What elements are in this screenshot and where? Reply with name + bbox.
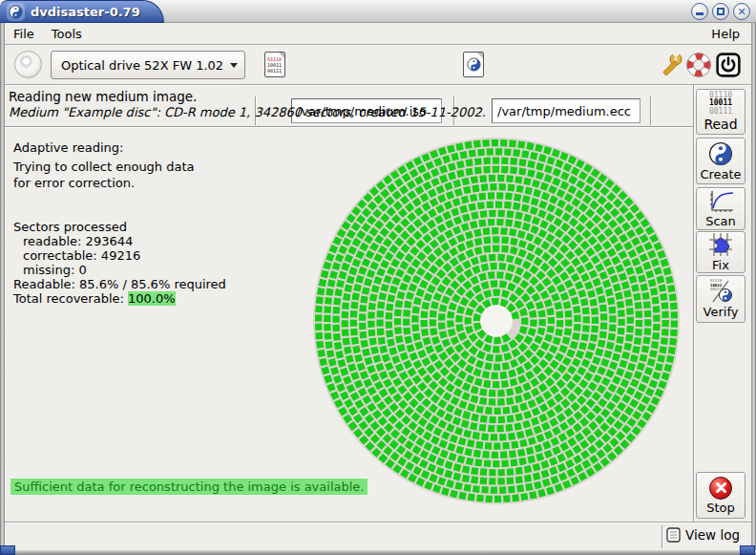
window-border-left[interactable] xyxy=(0,23,5,555)
separator xyxy=(662,525,663,548)
drive-selector-value: Optical drive 52X FW 1.02 xyxy=(52,58,223,73)
verify-icon: 01110 10011 00111 xyxy=(707,279,734,304)
titlebar[interactable]: dvdisaster-0.79 ✕ xyxy=(0,0,756,23)
chevron-down-icon xyxy=(230,63,238,72)
reading-description: Trying to collect enough data xyxy=(13,160,195,174)
sectors-heading: Sectors processed xyxy=(13,220,127,234)
stop-button[interactable]: Stop xyxy=(696,472,746,519)
verify-button[interactable]: 01110 10011 00111 Verify xyxy=(696,275,746,323)
statusbar: View log xyxy=(5,522,751,550)
minimize-icon xyxy=(696,12,704,15)
window-border-bottom[interactable] xyxy=(0,550,756,555)
recoverable-summary: Total recoverable: 100.0% xyxy=(13,291,176,306)
page-fold xyxy=(279,53,284,58)
medium-info: Medium "Example disc": CD-R mode 1, 3428… xyxy=(9,105,486,119)
sectors-readable: readable: 293644 xyxy=(23,234,133,248)
view-log-button[interactable]: View log xyxy=(666,527,740,543)
read-button-label: Read xyxy=(704,117,737,132)
preferences-button[interactable] xyxy=(658,52,683,81)
close-icon: ✕ xyxy=(737,6,746,18)
quit-button[interactable] xyxy=(716,53,741,81)
fix-button[interactable]: Fix xyxy=(696,231,746,273)
status-message: Reading new medium image. xyxy=(9,89,197,104)
readable-summary: Readable: 85.6% / 85.6% required xyxy=(13,277,226,291)
scan-button-label: Scan xyxy=(705,214,736,228)
scan-chart-icon xyxy=(707,190,734,213)
help-button[interactable] xyxy=(686,53,711,81)
power-icon xyxy=(716,53,741,77)
titlebar-tab[interactable]: dvdisaster-0.79 xyxy=(0,0,164,23)
window-title: dvdisaster-0.79 xyxy=(31,5,140,19)
drive-selector[interactable]: Optical drive 52X FW 1.02 xyxy=(51,51,245,79)
ecc-file-icon xyxy=(463,52,484,77)
reading-mode-heading: Adaptive reading: xyxy=(13,140,123,155)
stop-icon xyxy=(709,477,732,500)
puzzle-piece-icon xyxy=(706,232,735,257)
optical-drive-icon xyxy=(14,51,42,78)
menubar: File Tools Help xyxy=(5,24,751,45)
verify-button-label: Verify xyxy=(704,305,739,319)
image-file-icon: 01110 10011 00111 xyxy=(264,52,285,77)
ecc-file-input[interactable] xyxy=(492,98,640,123)
binary-icon: 01110 10011 00111 xyxy=(709,92,732,117)
reading-description: for error correction. xyxy=(13,176,135,190)
log-list-icon xyxy=(666,527,681,543)
yin-yang-icon xyxy=(708,141,733,166)
fix-button-label: Fix xyxy=(712,258,729,272)
read-button[interactable]: 01110 10011 00111 Read xyxy=(696,89,746,135)
scan-button[interactable]: Scan xyxy=(696,187,746,230)
view-log-label: View log xyxy=(685,527,740,543)
toolbar: Optical drive 52X FW 1.02 01110 10011 00… xyxy=(5,46,751,85)
stop-button-label: Stop xyxy=(706,501,735,515)
toolbar-separator xyxy=(650,96,652,125)
wrench-icon xyxy=(658,52,683,77)
maximize-icon xyxy=(717,8,724,15)
sectors-correctable: correctable: 49216 xyxy=(23,248,140,263)
app-window: dvdisaster-0.79 ✕ File Tools Help Optica… xyxy=(0,0,756,555)
recoverable-value: 100.0% xyxy=(128,291,176,306)
disc-spiral-visualization xyxy=(304,128,689,514)
minimize-button[interactable] xyxy=(691,3,708,20)
sectors-missing: missing: 0 xyxy=(23,263,87,277)
separator xyxy=(693,85,695,522)
window-border-right[interactable] xyxy=(751,23,756,555)
menu-tools[interactable]: Tools xyxy=(43,25,91,43)
maximize-button[interactable] xyxy=(712,3,729,20)
app-logo-icon xyxy=(7,3,25,21)
lifesaver-icon xyxy=(686,53,711,77)
menu-file[interactable]: File xyxy=(5,25,43,43)
close-button[interactable]: ✕ xyxy=(733,3,750,20)
create-button[interactable]: Create xyxy=(696,138,746,184)
menu-help[interactable]: Help xyxy=(700,25,751,43)
page-fold xyxy=(477,53,483,58)
create-button-label: Create xyxy=(700,167,741,181)
